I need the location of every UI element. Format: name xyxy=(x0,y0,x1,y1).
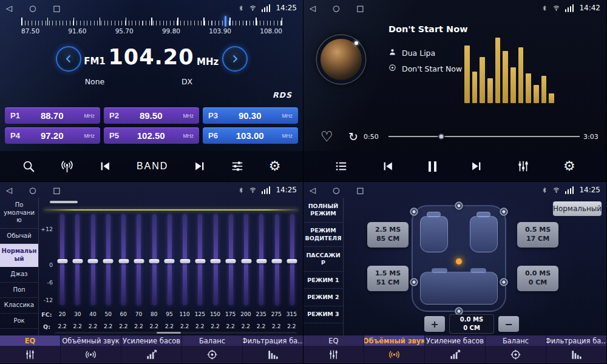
mode-passenger[interactable]: ПАССАЖИР xyxy=(304,247,343,272)
eq-band-slider[interactable] xyxy=(101,214,116,305)
driver-seat[interactable] xyxy=(420,216,448,252)
pause-button[interactable] xyxy=(426,159,439,174)
eq-band-slider[interactable] xyxy=(147,214,162,305)
bass-boost-icon[interactable] xyxy=(121,346,182,363)
eq-preset-rock[interactable]: Рок xyxy=(0,314,38,329)
eq-sliders-icon[interactable] xyxy=(304,346,364,363)
preset-button-p2[interactable]: P2 89.50 MHz xyxy=(104,107,199,124)
eq-band-slider[interactable] xyxy=(270,214,285,305)
balance-icon[interactable] xyxy=(182,346,243,363)
nav-recents-icon[interactable]: □ xyxy=(53,4,60,12)
eq-bands-scrollbar[interactable] xyxy=(55,332,297,334)
delay-front-right-button[interactable]: 0.5 MS 17 CM xyxy=(517,222,558,248)
band-button[interactable]: BAND xyxy=(134,158,171,174)
nav-back-icon[interactable]: ◁ xyxy=(6,186,12,194)
preset-button-p5[interactable]: P5 102.50 MHz xyxy=(104,127,199,144)
slider-handle[interactable] xyxy=(134,259,144,263)
eq-band-slider[interactable] xyxy=(55,214,70,305)
tab-bass-boost[interactable]: Усиление басов xyxy=(425,335,486,346)
eq-preset-custom[interactable]: Обычай xyxy=(0,229,38,244)
preset-button-p1[interactable]: P1 88.70 MHz xyxy=(5,107,100,124)
slider-handle[interactable] xyxy=(195,259,205,263)
eq-preset-default[interactable]: По умолчанию xyxy=(0,198,38,229)
eq-band-slider[interactable] xyxy=(86,214,101,305)
tab-bass-boost[interactable]: Усиление басов xyxy=(121,335,182,346)
mode-full[interactable]: ПОЛНЫЙ РЕЖИМ xyxy=(304,198,343,223)
progress-slider[interactable] xyxy=(388,132,580,141)
favorite-button[interactable]: ♡ xyxy=(318,127,336,146)
mixer-button[interactable] xyxy=(228,157,246,175)
eq-band-slider[interactable] xyxy=(116,214,131,305)
mode-1[interactable]: РЕЖИМ 1 xyxy=(304,272,343,289)
delay-rear-left-button[interactable]: 1.5 MS 51 CM xyxy=(367,266,409,291)
slider-handle[interactable] xyxy=(226,259,236,263)
slider-handle[interactable] xyxy=(180,259,190,263)
sound-preset-button[interactable]: Нормальный xyxy=(553,201,602,216)
previous-station-button[interactable] xyxy=(96,157,114,175)
settings-button[interactable]: ⚙ xyxy=(266,157,283,175)
preset-button-p6[interactable]: P6 103.00 MHz xyxy=(203,127,298,144)
eq-band-slider[interactable] xyxy=(162,214,177,305)
eq-sliders-icon[interactable] xyxy=(0,346,61,363)
eq-band-slider[interactable] xyxy=(192,214,208,305)
slider-handle[interactable] xyxy=(164,259,175,263)
slider-handle[interactable] xyxy=(256,259,266,263)
eq-band-slider[interactable] xyxy=(239,214,254,305)
slider-handle[interactable] xyxy=(149,259,160,263)
bass-boost-icon[interactable] xyxy=(425,346,486,363)
nav-recents-icon[interactable]: □ xyxy=(53,186,60,194)
nav-back-icon[interactable]: ◁ xyxy=(6,4,12,12)
eq-band-slider[interactable] xyxy=(285,214,300,305)
next-track-button[interactable] xyxy=(467,157,486,175)
tab-filter[interactable]: Фильтрация ба... xyxy=(243,335,303,346)
slider-handle[interactable] xyxy=(72,259,83,263)
repeat-button[interactable]: ↻ xyxy=(346,129,361,145)
nav-recents-icon[interactable]: □ xyxy=(356,4,364,12)
scrollbar-thumb[interactable] xyxy=(157,332,181,334)
nav-home-icon[interactable]: ○ xyxy=(333,4,339,12)
nav-home-icon[interactable]: ○ xyxy=(333,186,339,194)
eq-band-slider[interactable] xyxy=(254,214,269,305)
eq-band-slider[interactable] xyxy=(177,214,192,305)
rear-seat[interactable] xyxy=(420,272,498,305)
mode-2[interactable]: РЕЖИМ 2 xyxy=(304,289,343,306)
next-station-button[interactable] xyxy=(191,157,209,175)
scan-button[interactable] xyxy=(19,157,38,175)
tab-surround-sound[interactable]: Объёмный звук xyxy=(364,335,425,346)
tab-eq[interactable]: EQ xyxy=(0,335,61,346)
eq-preset-classic[interactable]: Классика xyxy=(0,298,38,314)
decrease-delay-button[interactable]: − xyxy=(498,316,519,332)
tab-eq[interactable]: EQ xyxy=(304,335,364,346)
playlist-button[interactable] xyxy=(332,157,350,175)
radio-broadcast-button[interactable] xyxy=(58,157,76,176)
passenger-seat[interactable] xyxy=(470,216,498,252)
slider-handle[interactable] xyxy=(272,259,282,263)
slider-handle[interactable] xyxy=(88,259,98,263)
nav-back-icon[interactable]: ◁ xyxy=(310,4,316,12)
eq-band-slider[interactable] xyxy=(208,214,223,305)
delay-rear-right-button[interactable]: 0.0 MS 0 CM xyxy=(517,266,558,291)
nav-back-icon[interactable]: ◁ xyxy=(310,186,316,194)
tab-balance[interactable]: Баланс xyxy=(182,335,243,346)
slider-handle[interactable] xyxy=(241,259,251,263)
tune-up-button[interactable] xyxy=(222,46,248,72)
tab-surround-sound[interactable]: Объёмный звук xyxy=(61,335,121,346)
nav-home-icon[interactable]: ○ xyxy=(29,4,36,12)
slider-handle[interactable] xyxy=(103,259,114,263)
preset-button-p4[interactable]: P4 97.20 MHz xyxy=(5,127,100,144)
surround-sound-icon[interactable] xyxy=(364,346,425,363)
slider-handle[interactable] xyxy=(287,259,297,263)
increase-delay-button[interactable]: + xyxy=(424,316,445,332)
settings-button[interactable]: ⚙ xyxy=(561,157,578,175)
slider-handle[interactable] xyxy=(57,259,67,263)
previous-track-button[interactable] xyxy=(379,157,397,175)
mode-3[interactable]: РЕЖИМ 3 xyxy=(304,306,343,323)
mixer-button[interactable] xyxy=(514,157,532,175)
progress-knob[interactable] xyxy=(438,133,444,140)
delay-front-left-button[interactable]: 2.5 MS 85 CM xyxy=(367,222,409,248)
filter-icon[interactable] xyxy=(243,346,303,363)
eq-preset-pop[interactable]: Поп xyxy=(0,283,38,298)
eq-band-slider[interactable] xyxy=(70,214,85,305)
tab-filter[interactable]: Фильтрация ба... xyxy=(546,335,606,346)
eq-band-slider[interactable] xyxy=(131,214,146,305)
